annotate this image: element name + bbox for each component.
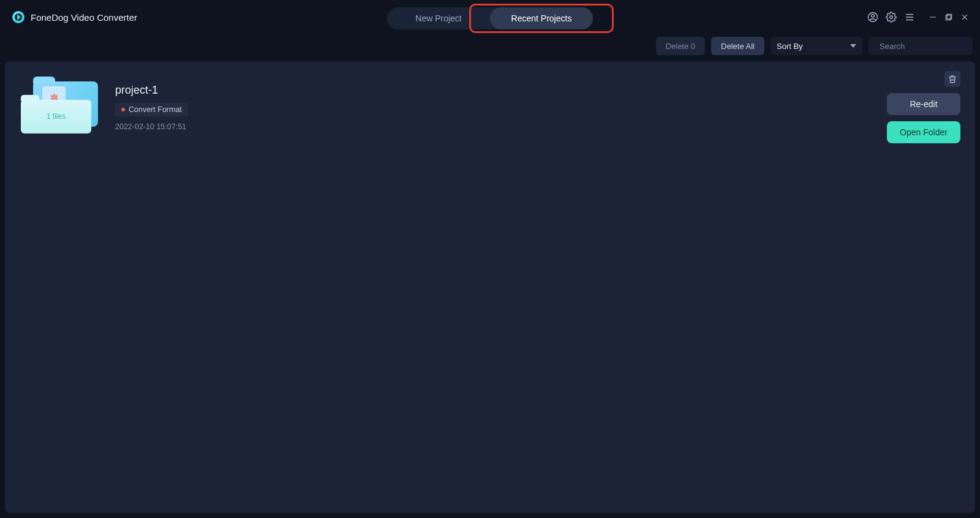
app-logo-icon [12, 11, 24, 23]
app-title: FoneDog Video Converter [31, 12, 137, 23]
svg-rect-8 [946, 15, 951, 20]
tab-new-project[interactable]: New Project [387, 7, 490, 29]
delete-project-button[interactable] [944, 71, 960, 87]
project-row: ✽ 1 files project-1 Convert Format 2022-… [15, 71, 965, 143]
title-bar: FoneDog Video Converter New Project Rece… [5, 0, 975, 34]
status-dot-icon [121, 108, 125, 111]
tab-recent-projects[interactable]: Recent Projects [490, 7, 593, 29]
account-icon[interactable] [867, 12, 878, 23]
gear-icon[interactable] [886, 12, 897, 23]
maximize-icon[interactable] [944, 13, 953, 21]
project-thumbnail: ✽ 1 files [21, 81, 100, 133]
search-box[interactable] [869, 37, 973, 55]
window-controls [867, 12, 975, 23]
projects-panel: ✽ 1 files project-1 Convert Format 2022-… [5, 61, 975, 513]
sort-by-dropdown[interactable]: Sort By [771, 37, 862, 55]
chevron-down-icon [850, 44, 856, 48]
project-title: project-1 [115, 84, 188, 97]
open-folder-button[interactable]: Open Folder [887, 121, 960, 143]
project-timestamp: 2022-02-10 15:07:51 [115, 122, 188, 131]
app-window: FoneDog Video Converter New Project Rece… [0, 0, 980, 518]
search-input[interactable] [880, 42, 980, 51]
toolbar: Delete 0 Delete All Sort By [5, 34, 975, 61]
svg-point-2 [890, 16, 893, 19]
brand: FoneDog Video Converter [5, 11, 137, 23]
main-tabs: New Project Recent Projects [387, 7, 593, 29]
project-actions: Re-edit Open Folder [887, 71, 965, 143]
delete-all-button[interactable]: Delete All [711, 37, 764, 55]
sort-by-label: Sort By [777, 42, 803, 51]
svg-rect-7 [947, 14, 952, 19]
menu-icon[interactable] [904, 12, 915, 23]
project-tag: Convert Format [115, 103, 188, 116]
project-meta: project-1 Convert Format 2022-02-10 15:0… [115, 84, 188, 131]
files-count-badge: 1 files [21, 100, 91, 133]
project-tag-label: Convert Format [129, 105, 182, 114]
close-icon[interactable] [960, 13, 969, 21]
svg-point-1 [872, 14, 875, 17]
delete-selected-button[interactable]: Delete 0 [656, 37, 705, 55]
reedit-button[interactable]: Re-edit [887, 93, 960, 115]
minimize-icon[interactable] [929, 13, 937, 21]
trash-icon [948, 75, 957, 83]
